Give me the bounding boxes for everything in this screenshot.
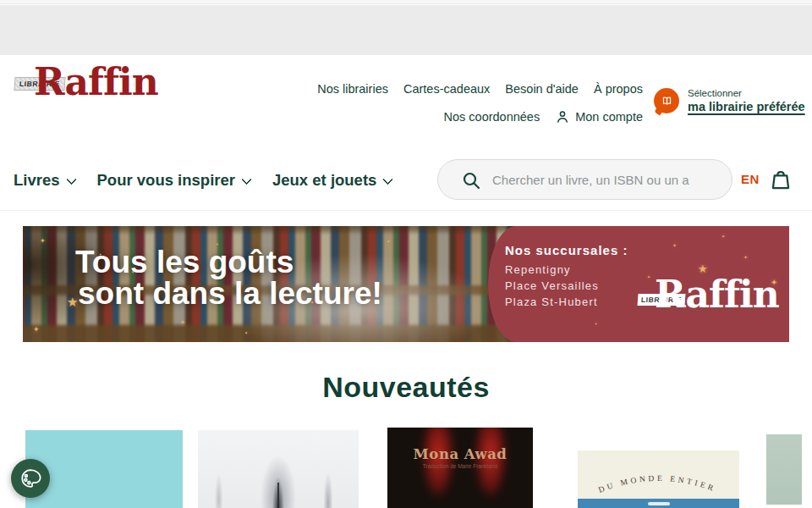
search-icon[interactable] bbox=[461, 170, 481, 190]
nav-pour-vous-inspirer[interactable]: Pour vous inspirer bbox=[97, 171, 250, 190]
cover-blue-band bbox=[578, 499, 739, 508]
main-nav: Livres Pour vous inspirer Jeux et jouets bbox=[14, 166, 392, 195]
accessibility-palette-button[interactable] bbox=[11, 459, 50, 498]
branch-plaza-st-hubert: Plaza St-Hubert bbox=[505, 294, 599, 310]
hero-headline-line1: Tous les goûts bbox=[75, 246, 382, 278]
star-icon: ✦ bbox=[721, 235, 725, 239]
search-bar[interactable] bbox=[437, 159, 732, 200]
store-selector-text: Sélectionner ma librairie préférée bbox=[688, 89, 805, 113]
open-book-icon bbox=[660, 94, 674, 108]
utility-nav-row1: Nos librairies Cartes-cadeaux Besoin d'a… bbox=[317, 82, 643, 96]
search-input[interactable] bbox=[492, 161, 721, 198]
hero-raffin-logo: LIBRAIRIE Raffin bbox=[636, 280, 788, 336]
star-icon: ✦ bbox=[595, 323, 597, 326]
svg-text:DU MONDE ENTIER: DU MONDE ENTIER bbox=[597, 474, 717, 494]
branches-list: Repentigny Place Versailles Plaza St-Hub… bbox=[505, 262, 599, 310]
hero-headline: Tous les goûts sont dans la lecture! bbox=[75, 246, 382, 309]
star-icon: ✦ bbox=[244, 331, 248, 335]
star-icon: ✦ bbox=[40, 238, 46, 245]
nav-livres[interactable]: Livres bbox=[14, 171, 75, 190]
store-selector-line1: Sélectionner bbox=[688, 89, 805, 99]
store-pin-icon bbox=[654, 88, 679, 113]
branch-place-versailles: Place Versailles bbox=[505, 278, 599, 294]
hero-headline-line2: sont dans la lecture! bbox=[75, 278, 382, 309]
chevron-down-icon bbox=[241, 174, 252, 185]
chevron-down-icon bbox=[383, 174, 394, 185]
star-icon: ✦ bbox=[216, 243, 218, 246]
nav-a-propos[interactable]: À propos bbox=[594, 82, 643, 96]
hero-logo-wordmark: Raffin bbox=[655, 273, 779, 316]
top-strip bbox=[0, 0, 812, 4]
book-author: Mona Awad bbox=[387, 446, 533, 462]
site-logo[interactable]: LIBRAIRIE Raffin bbox=[12, 68, 156, 115]
chevron-down-icon bbox=[66, 174, 77, 185]
librairie-raffin-homepage: LIBRAIRIE Raffin Nos librairies Cartes-c… bbox=[0, 0, 812, 508]
branches-title: Nos succursales : bbox=[505, 243, 628, 257]
top-gray-band bbox=[0, 5, 812, 55]
nav-jeux-label: Jeux et jouets bbox=[272, 171, 376, 190]
star-icon: ✦ bbox=[33, 326, 40, 334]
account-link[interactable]: Mon compte bbox=[555, 109, 643, 124]
book-translation-credit: Traduction de Marie Frankland bbox=[387, 463, 533, 469]
star-icon: ✦ bbox=[180, 319, 185, 325]
nav-livres-label: Livres bbox=[14, 171, 60, 190]
nav-nos-coordonnees[interactable]: Nos coordonnées bbox=[444, 110, 540, 124]
book-cover-1[interactable] bbox=[25, 430, 183, 508]
nav-inspirer-label: Pour vous inspirer bbox=[97, 171, 235, 190]
cart-bag-icon[interactable] bbox=[768, 167, 793, 192]
star-icon: ✦ bbox=[387, 240, 390, 244]
preferred-store-selector[interactable]: Sélectionner ma librairie préférée bbox=[654, 88, 805, 113]
language-toggle[interactable]: EN bbox=[741, 172, 760, 186]
star-icon: ✦ bbox=[615, 248, 617, 251]
store-selector-link[interactable]: ma librairie préférée bbox=[688, 101, 805, 113]
palette-icon bbox=[19, 467, 42, 490]
tiny-title-text bbox=[648, 502, 670, 505]
star-icon: ★ bbox=[67, 295, 78, 308]
nav-besoin-daide[interactable]: Besoin d'aide bbox=[505, 82, 579, 96]
utility-nav-row2: Nos coordonnées Mon compte bbox=[444, 109, 643, 124]
nav-cartes-cadeaux[interactable]: Cartes-cadeaux bbox=[403, 82, 490, 96]
nav-nos-librairies[interactable]: Nos librairies bbox=[317, 82, 388, 96]
section-title-nouveautes: Nouveautés bbox=[0, 371, 812, 404]
person-icon bbox=[555, 109, 570, 124]
book-cover-3[interactable]: Mona Awad Traduction de Marie Frankland bbox=[387, 428, 533, 508]
book-cover-2[interactable] bbox=[198, 430, 359, 508]
star-icon: ✦ bbox=[672, 243, 677, 248]
branch-repentigny: Repentigny bbox=[505, 262, 599, 278]
account-label: Mon compte bbox=[575, 110, 643, 124]
hero-banner[interactable]: Tous les goûts sont dans la lecture! Nos… bbox=[23, 226, 789, 342]
book-cover-5[interactable] bbox=[766, 434, 802, 505]
book-cover-4[interactable]: DU MONDE ENTIER bbox=[578, 450, 739, 508]
logo-wordmark: Raffin bbox=[34, 60, 158, 103]
star-icon: ✦ bbox=[310, 301, 314, 305]
star-icon: ✦ bbox=[99, 253, 102, 257]
star-icon: ✦ bbox=[647, 275, 650, 279]
star-icon: ✦ bbox=[743, 255, 748, 260]
star-icon: ✦ bbox=[131, 270, 134, 274]
arched-collection-text: DU MONDE ENTIER bbox=[578, 457, 739, 500]
nav-jeux-et-jouets[interactable]: Jeux et jouets bbox=[272, 171, 392, 190]
header-divider bbox=[0, 210, 812, 211]
